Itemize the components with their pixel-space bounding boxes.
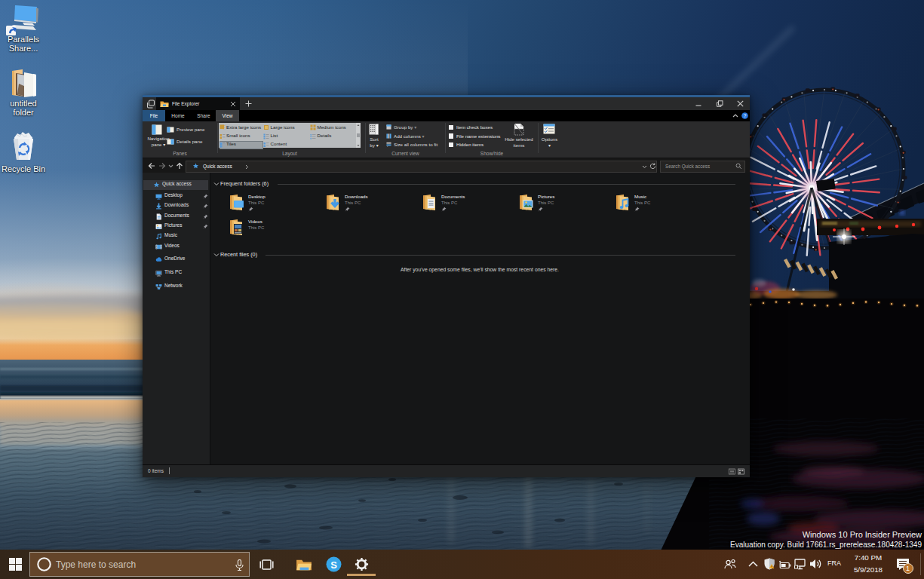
svg-text:S: S bbox=[330, 559, 337, 571]
svg-text:?: ? bbox=[744, 113, 747, 118]
